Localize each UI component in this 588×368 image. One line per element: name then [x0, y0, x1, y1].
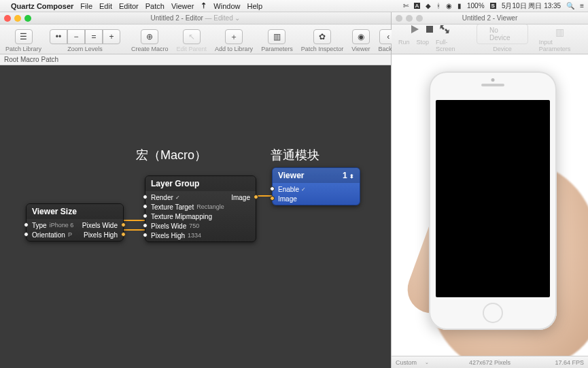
- dropbox-icon[interactable]: ◆: [426, 2, 431, 10]
- port-value: 1334: [188, 232, 201, 239]
- editor-window: Untitled 2 - Editor — Edited ⌄ ☰ Patch L…: [0, 12, 392, 368]
- zoom-out-button[interactable]: −: [67, 29, 85, 44]
- phone-speaker-icon: [481, 84, 504, 86]
- node-stepper-icon[interactable]: ⬍: [349, 173, 354, 180]
- viewer-titlebar: Untitled 2 - Viewer: [392, 12, 588, 24]
- node-row[interactable]: Render ✓ Image: [145, 193, 256, 202]
- editor-title: Untitled 2 - Editor: [151, 14, 203, 22]
- node-viewer[interactable]: Viewer 1 ⬍ Enable ✓ Image: [272, 167, 360, 205]
- port-label: Pixels High: [151, 232, 185, 239]
- input-port[interactable]: [24, 222, 29, 227]
- input-port[interactable]: [270, 186, 275, 191]
- notification-icon[interactable]: ≡: [580, 2, 584, 10]
- menu-help[interactable]: Help: [247, 2, 262, 10]
- zoom-fit-button[interactable]: ••: [50, 29, 67, 44]
- node-layer-group[interactable]: Layer Group Render ✓ Image Texture Targe…: [145, 175, 256, 242]
- stop-button[interactable]: [424, 24, 435, 37]
- battery-icon[interactable]: ▮: [457, 2, 462, 10]
- output-port[interactable]: [121, 222, 126, 227]
- viewer-canvas: [392, 54, 588, 356]
- menu-window[interactable]: Window: [213, 2, 240, 10]
- breadcrumb[interactable]: Root Macro Patch: [0, 54, 391, 65]
- bluetooth-icon[interactable]: ᚼ: [436, 2, 440, 10]
- node-row[interactable]: Texture Target Rectangle: [145, 202, 256, 212]
- editor-title-suffix: — Edited: [205, 14, 233, 22]
- device-selector[interactable]: No Device: [477, 24, 528, 44]
- mac-menubar: Quartz Composer File Edit Editor Patch V…: [0, 0, 588, 12]
- phone-camera-icon: [491, 78, 495, 82]
- add-to-library-label: Add to Library: [215, 46, 253, 52]
- zoom-in-button[interactable]: +: [103, 29, 120, 44]
- node-row[interactable]: Pixels High 1334: [145, 231, 256, 240]
- node-row[interactable]: Pixels Wide 750: [145, 221, 256, 231]
- patch-inspector-label: Patch Inspector: [301, 46, 344, 52]
- port-label: Texture Mipmapping: [151, 213, 212, 220]
- output-port[interactable]: [121, 232, 126, 237]
- node-layer-group-title: Layer Group: [151, 179, 199, 188]
- input-port[interactable]: [143, 195, 148, 199]
- spotlight-icon[interactable]: 🔍: [566, 2, 574, 10]
- port-label: Image: [278, 195, 297, 203]
- input-port[interactable]: [143, 214, 148, 218]
- check-icon: ✓: [175, 195, 180, 201]
- input-port[interactable]: [270, 196, 275, 201]
- port-label: Type: [32, 222, 47, 229]
- status-custom[interactable]: Custom: [396, 359, 417, 366]
- phone-screen: [436, 100, 550, 297]
- editor-canvas[interactable]: 宏（Macro） 普通模块 Viewer Size Type iPhone 6 …: [0, 65, 391, 368]
- input-source-icon[interactable]: S: [490, 3, 496, 9]
- node-row[interactable]: Texture Mipmapping: [145, 212, 256, 221]
- edit-parent-button: ↖: [183, 29, 201, 44]
- editor-toolbar: ☰ Patch Library •• − = + Zoom Levels ⊕ C…: [0, 24, 391, 54]
- menu-file[interactable]: File: [80, 2, 92, 10]
- parameters-button[interactable]: ▥: [268, 29, 286, 44]
- zoom-reset-button[interactable]: =: [85, 29, 103, 44]
- date-time[interactable]: 5月10日 周日 13:35: [502, 1, 561, 11]
- node-row[interactable]: Orientation P Pixels High: [27, 230, 123, 239]
- input-port[interactable]: [143, 223, 148, 228]
- menu-patch[interactable]: Patch: [145, 2, 165, 10]
- viewer-button[interactable]: ◉: [352, 29, 370, 44]
- port-out-label: Image: [231, 194, 250, 201]
- create-macro-button[interactable]: ⊕: [141, 29, 158, 44]
- breadcrumb-root[interactable]: Root Macro Patch: [4, 56, 58, 63]
- check-icon: ✓: [301, 186, 306, 193]
- status-chevron-icon[interactable]: ⌄: [425, 360, 429, 365]
- port-out-label: Pixels Wide: [82, 222, 118, 229]
- port-label: Orientation: [32, 231, 65, 239]
- menu-edit[interactable]: Edit: [99, 2, 112, 10]
- viewer-title: Untitled 2 - Viewer: [462, 14, 518, 22]
- menu-editor[interactable]: Editor: [119, 2, 139, 10]
- add-to-library-button[interactable]: ＋: [225, 29, 243, 44]
- run-button[interactable]: [409, 24, 420, 37]
- adobe-icon[interactable]: A: [414, 3, 420, 9]
- patch-library-button[interactable]: ☰: [15, 29, 33, 44]
- node-row[interactable]: Enable ✓: [273, 184, 360, 194]
- app-name[interactable]: Quartz Composer: [11, 2, 73, 10]
- port-value: Rectangle: [196, 203, 224, 210]
- fullscreen-button[interactable]: [439, 24, 450, 37]
- scissors-icon[interactable]: ✄: [403, 2, 409, 10]
- port-label: Enable: [278, 186, 299, 193]
- node-row[interactable]: Type iPhone 6 Pixels Wide: [27, 220, 123, 230]
- device-label: Device: [493, 46, 512, 52]
- annotation-macro: 宏（Macro）: [136, 147, 207, 163]
- title-chevron-icon[interactable]: ⌄: [235, 14, 240, 22]
- menu-viewer[interactable]: Viewer: [171, 2, 194, 10]
- output-port[interactable]: [254, 195, 258, 199]
- input-port[interactable]: [143, 233, 148, 237]
- input-port[interactable]: [143, 204, 148, 209]
- patch-inspector-button[interactable]: ✿: [313, 29, 331, 44]
- input-port[interactable]: [24, 232, 29, 237]
- node-viewer-size[interactable]: Viewer Size Type iPhone 6 Pixels Wide Or…: [26, 203, 124, 241]
- input-params-button[interactable]: ▥: [555, 27, 564, 37]
- port-value: 750: [189, 222, 199, 229]
- status-dimensions: 427x672 Pixels: [469, 359, 511, 366]
- port-value: iPhone 6: [50, 222, 74, 229]
- port-label: Render: [151, 194, 173, 201]
- menu-arrow-icon[interactable]: ⇡: [201, 1, 207, 10]
- stop-label: Stop: [417, 39, 430, 52]
- viewer-label: Viewer: [351, 46, 370, 52]
- wifi-icon[interactable]: ◉: [446, 2, 452, 10]
- node-row[interactable]: Image: [273, 194, 360, 203]
